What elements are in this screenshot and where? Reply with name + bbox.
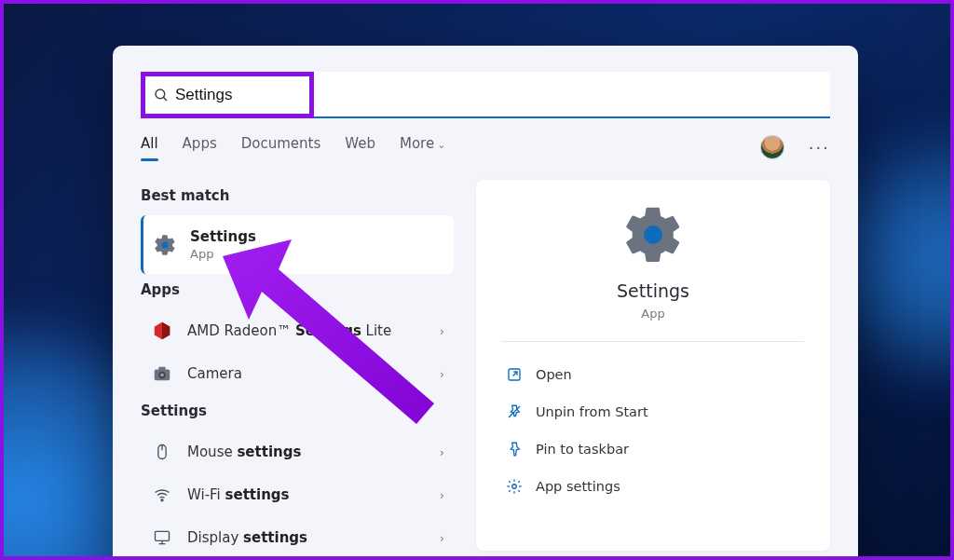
unpin-icon <box>506 403 523 420</box>
section-best-match: Best match <box>141 187 454 204</box>
pin-icon <box>506 441 523 458</box>
tab-apps[interactable]: Apps <box>183 135 217 159</box>
action-appsettings-label: App settings <box>536 479 620 494</box>
action-open[interactable]: Open <box>502 359 804 390</box>
svg-point-13 <box>644 225 662 244</box>
results-left-column: Best match Settings App Apps <box>141 180 454 551</box>
result-display-label: Display settings <box>187 529 307 546</box>
search-input-extension[interactable] <box>314 72 830 118</box>
gear-icon <box>620 202 686 267</box>
tab-all[interactable]: All <box>141 135 158 159</box>
tab-more[interactable]: More⌄ <box>400 135 445 159</box>
mouse-icon <box>150 440 174 464</box>
chevron-right-icon: › <box>440 324 444 338</box>
action-unpin-label: Unpin from Start <box>536 404 648 419</box>
best-match-settings[interactable]: Settings App <box>141 215 454 274</box>
best-match-subtitle: App <box>190 247 256 261</box>
result-wifi-settings[interactable]: Wi-Fi settings › <box>141 473 454 516</box>
svg-line-1 <box>163 97 167 101</box>
search-bar <box>113 46 858 118</box>
result-wifi-label: Wi-Fi settings <box>187 486 290 503</box>
result-camera[interactable]: Camera › <box>141 352 454 395</box>
preview-card: Settings App Open Unpin from Start Pin t… <box>476 180 830 551</box>
wifi-icon <box>150 483 174 507</box>
section-apps: Apps <box>141 281 454 298</box>
search-highlight <box>141 72 314 118</box>
tab-more-label: More <box>400 135 434 152</box>
action-pin-taskbar[interactable]: Pin to taskbar <box>502 433 804 465</box>
result-camera-label: Camera <box>187 365 242 382</box>
svg-rect-10 <box>156 531 170 540</box>
svg-rect-4 <box>158 367 165 371</box>
chevron-right-icon: › <box>440 488 444 502</box>
tab-web[interactable]: Web <box>345 135 375 159</box>
user-avatar[interactable] <box>760 135 784 159</box>
gear-icon <box>153 233 177 257</box>
preview-subtitle: App <box>641 307 664 321</box>
action-open-label: Open <box>536 367 572 382</box>
svg-point-9 <box>161 499 163 501</box>
result-mouse-settings[interactable]: Mouse settings › <box>141 430 454 473</box>
filter-tabs: All Apps Documents Web More⌄ ··· <box>113 118 858 159</box>
svg-point-2 <box>162 241 169 248</box>
chevron-right-icon: › <box>440 367 444 381</box>
amd-icon <box>150 319 174 343</box>
chevron-right-icon: › <box>440 445 444 459</box>
action-app-settings[interactable]: App settings <box>502 471 804 502</box>
svg-point-0 <box>156 89 165 99</box>
tab-documents[interactable]: Documents <box>241 135 321 159</box>
chevron-right-icon: › <box>440 531 444 545</box>
action-list: Open Unpin from Start Pin to taskbar App… <box>502 359 804 502</box>
section-settings: Settings <box>141 403 454 419</box>
result-amd-label: AMD Radeon™ Settings Lite <box>187 322 391 339</box>
preview-title: Settings <box>617 280 689 301</box>
start-search-panel: All Apps Documents Web More⌄ ··· Best ma… <box>113 46 858 560</box>
preview-header: Settings App <box>502 202 804 342</box>
preview-column: Settings App Open Unpin from Start Pin t… <box>476 180 830 551</box>
results-area: Best match Settings App Apps <box>113 159 858 551</box>
action-unpin-start[interactable]: Unpin from Start <box>502 396 804 428</box>
chevron-down-icon: ⌄ <box>437 139 445 151</box>
result-amd-radeon[interactable]: AMD Radeon™ Settings Lite › <box>141 309 454 352</box>
monitor-icon <box>150 526 174 550</box>
search-icon <box>153 87 170 103</box>
svg-point-16 <box>512 485 517 489</box>
best-match-title: Settings <box>190 228 256 245</box>
result-display-settings[interactable]: Display settings › <box>141 516 454 559</box>
camera-icon <box>150 362 174 386</box>
result-mouse-label: Mouse settings <box>187 444 301 460</box>
open-icon <box>506 366 523 383</box>
action-pin-label: Pin to taskbar <box>536 442 629 457</box>
svg-point-6 <box>160 374 164 377</box>
gear-small-icon <box>506 478 523 495</box>
overflow-menu-button[interactable]: ··· <box>809 138 830 157</box>
